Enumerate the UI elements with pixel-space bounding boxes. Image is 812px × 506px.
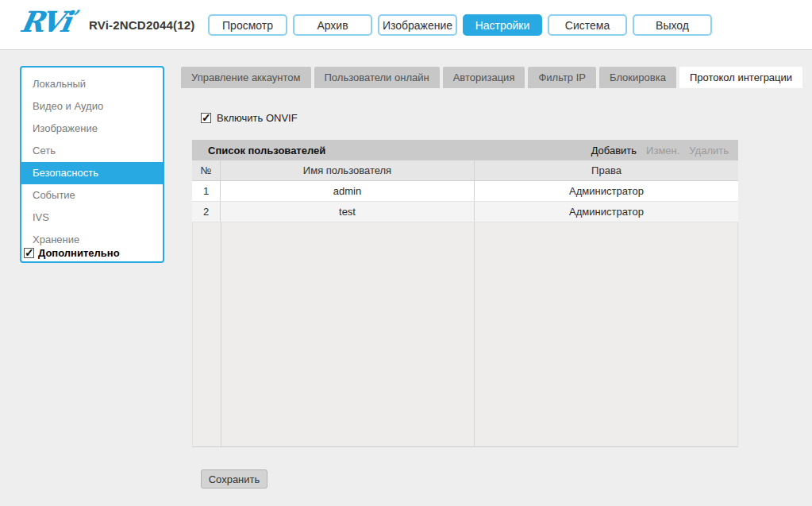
device-model-label: RVi-2NCD2044(12) (89, 18, 195, 32)
modify-user-button[interactable]: Измен. (646, 145, 679, 156)
user-rights-cell: Администратор (475, 181, 738, 201)
nav-button-settings[interactable]: Настройки (463, 14, 542, 36)
sidebar-item-network[interactable]: Сеть (21, 140, 163, 162)
rvi-logo: RVi’ (17, 5, 76, 38)
security-tab-bar: Управление аккаунтом Пользователи онлайн… (181, 67, 802, 88)
nav-button-preview[interactable]: Просмотр (208, 14, 287, 36)
tab-online-users[interactable]: Пользователи онлайн (314, 67, 440, 88)
settings-sidebar: Локальный Видео и Аудио Изображение Сеть… (20, 66, 164, 263)
tab-integration-protocol[interactable]: Протокол интеграции (679, 67, 802, 88)
top-header: RVi’ RVi-2NCD2044(12) Просмотр Архив Изо… (0, 0, 812, 50)
user-list-table: Список пользователей Добавить Измен. Уда… (192, 140, 738, 447)
table-title: Список пользователей (208, 145, 325, 156)
empty-rights-column (475, 222, 737, 446)
user-number-cell: 1 (192, 181, 221, 201)
sidebar-item-additional[interactable]: Дополнительно (22, 245, 125, 261)
table-header-row: № Имя пользователя Права (192, 160, 738, 181)
tab-authorization[interactable]: Авторизация (443, 67, 525, 88)
table-title-bar: Список пользователей Добавить Измен. Уда… (192, 140, 738, 160)
sidebar-item-image[interactable]: Изображение (21, 118, 163, 140)
main-nav: Просмотр Архив Изображение Настройки Сис… (208, 14, 712, 36)
tab-account-management[interactable]: Управление аккаунтом (181, 67, 311, 88)
username-cell: test (221, 202, 475, 222)
user-rights-cell: Администратор (475, 202, 738, 222)
sidebar-item-event[interactable]: Событие (21, 184, 163, 207)
sidebar-item-security[interactable]: Безопасность (21, 162, 163, 184)
table-row[interactable]: 2 test Администратор (192, 202, 738, 222)
table-row[interactable]: 1 admin Администратор (192, 181, 738, 202)
sidebar-item-local[interactable]: Локальный (21, 73, 163, 95)
username-cell: admin (221, 181, 475, 201)
delete-user-button[interactable]: Удалить (689, 145, 729, 156)
sidebar-item-ivs[interactable]: IVS (21, 207, 163, 229)
user-number-cell: 2 (192, 202, 221, 222)
table-actions: Добавить Измен. Удалить (591, 145, 729, 156)
nav-button-system[interactable]: Система (548, 14, 627, 36)
onvif-checkbox-label: Включить ONVIF (217, 112, 298, 124)
nav-button-exit[interactable]: Выход (633, 14, 712, 36)
empty-number-column (193, 222, 221, 446)
add-user-button[interactable]: Добавить (591, 145, 637, 156)
tab-ip-filter[interactable]: Фильтр IP (528, 67, 596, 88)
sidebar-item-video-audio[interactable]: Видео и Аудио (21, 95, 163, 118)
onvif-checkbox[interactable] (201, 113, 211, 123)
tab-lockout[interactable]: Блокировка (599, 67, 676, 88)
sidebar-item-additional-label: Дополнительно (38, 247, 120, 259)
column-header-number: № (192, 160, 221, 180)
additional-checkbox-icon[interactable] (24, 248, 34, 258)
nav-button-image[interactable]: Изображение (378, 14, 457, 36)
save-button[interactable]: Сохранить (201, 469, 267, 489)
enable-onvif-row[interactable]: Включить ONVIF (201, 112, 298, 124)
empty-username-column (221, 222, 475, 446)
column-header-username: Имя пользователя (221, 160, 475, 180)
column-header-rights: Права (475, 160, 738, 180)
table-empty-area (192, 222, 738, 447)
nav-button-archive[interactable]: Архив (293, 14, 372, 36)
